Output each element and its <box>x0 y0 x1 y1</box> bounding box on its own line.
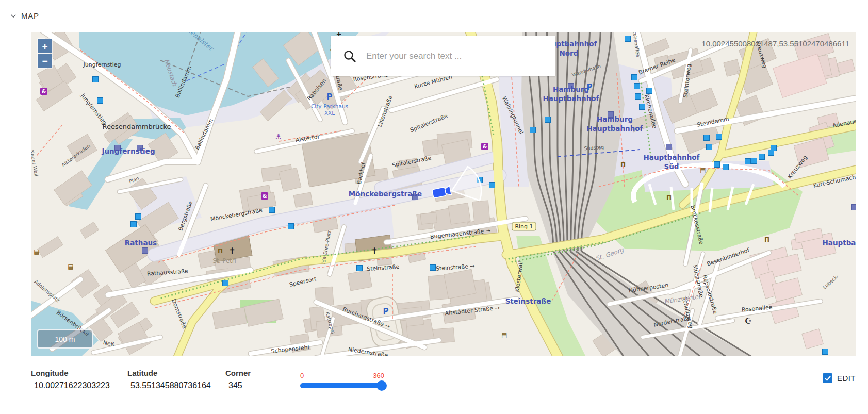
map-label: XXL <box>324 110 335 116</box>
longitude-input[interactable] <box>31 380 122 393</box>
bag-map-icon: & <box>483 144 487 150</box>
map-canvas[interactable]: JungfernstiegJungfernstiegReesendammbrüc… <box>31 32 856 356</box>
edit-checkbox[interactable] <box>823 373 832 383</box>
icon-brown-map-icon: ▤ <box>34 248 39 255</box>
map-marker[interactable] <box>97 98 103 104</box>
icon-dark-map-icon: ✝ <box>371 246 378 256</box>
map-label: St. Petri <box>212 257 236 264</box>
map-marker[interactable] <box>269 207 275 213</box>
icon-brown-map-icon: ▤ <box>68 263 73 270</box>
map-label: Hauptbahnhof <box>644 153 700 161</box>
map-marker[interactable] <box>142 248 148 254</box>
map-label: P <box>587 82 593 92</box>
edit-toggle: EDIT <box>823 373 856 383</box>
map-marker[interactable] <box>131 222 137 227</box>
map-marker[interactable] <box>759 154 765 160</box>
map-label: Rathaus <box>125 239 157 247</box>
map-marker[interactable] <box>723 164 729 170</box>
icon-brown-map-icon: ▤ <box>700 167 706 174</box>
icon-purple-map-icon: ⚓ <box>275 133 282 141</box>
map-marker[interactable] <box>357 266 363 271</box>
map-section-header: MAP <box>9 11 39 20</box>
map-label: Hamburg <box>597 115 633 123</box>
map-marker[interactable] <box>768 150 774 156</box>
map-marker[interactable] <box>545 117 551 123</box>
slider-range-labels: 0 360 <box>300 372 385 380</box>
page-frame: MAP <box>1 1 867 413</box>
map-label: Hauptbahnhof <box>543 94 599 103</box>
map-marker[interactable] <box>640 104 645 110</box>
map-label: Hauptbahnhof <box>587 124 643 133</box>
longitude-field: Longitude <box>31 369 122 393</box>
corner-field: Corner <box>225 369 293 393</box>
slider-min-label: 0 <box>300 372 304 379</box>
icon-brown-map-icon: Π <box>764 236 769 243</box>
map-marker[interactable] <box>223 280 228 286</box>
slider-thumb[interactable] <box>376 380 387 391</box>
icon-dark-map-icon: ✝ <box>228 246 235 256</box>
bag-map-icon: & <box>263 193 267 199</box>
map-marker[interactable] <box>666 144 672 150</box>
map-marker[interactable] <box>852 205 856 210</box>
icon-brown-map-icon: Π <box>218 247 223 255</box>
edit-label: EDIT <box>837 374 856 383</box>
map-label: Mönckebergstraße <box>349 190 422 198</box>
corner-slider: 0 360 <box>300 372 385 388</box>
zoom-in-button[interactable]: + <box>38 39 52 53</box>
slider-max-label: 360 <box>373 372 384 379</box>
icon-brown-map-icon: Π <box>666 194 672 202</box>
search-input[interactable] <box>365 51 549 62</box>
map-marker[interactable] <box>634 84 640 89</box>
map-marker[interactable] <box>751 158 757 164</box>
checkmark-icon <box>824 375 831 382</box>
bag-map-icon: & <box>42 89 46 94</box>
map-label: City-Parkhaus <box>311 103 348 109</box>
map-label: P <box>383 307 389 316</box>
map-search-box <box>331 36 555 76</box>
map-label: Süd <box>664 162 679 171</box>
cursor-coordinates: 10.002455008021487,53.55102470486611 <box>701 39 849 48</box>
icon-brown-map-icon: ▤ <box>501 332 507 339</box>
map-label: Nord <box>560 49 579 57</box>
map-marker[interactable] <box>288 224 294 229</box>
map-marker[interactable] <box>714 162 720 168</box>
map-marker[interactable] <box>632 75 637 80</box>
latitude-label: Latitude <box>127 369 219 377</box>
search-icon <box>342 49 357 63</box>
latitude-input[interactable] <box>127 380 219 393</box>
map-label: Jungfernstieg <box>101 147 155 155</box>
map-label: Hamburg <box>553 85 589 93</box>
corner-input[interactable] <box>225 380 293 393</box>
map-marker[interactable] <box>704 135 710 141</box>
map-marker[interactable] <box>823 349 828 355</box>
map-label: Reesendammbrücke <box>102 123 171 130</box>
map-label: Ring 1 <box>515 223 533 230</box>
map-marker[interactable] <box>489 183 495 188</box>
map-container[interactable]: JungfernstiegJungfernstiegReesendammbrüc… <box>31 32 856 356</box>
page-title: MAP <box>21 11 39 20</box>
map-marker[interactable] <box>625 36 631 42</box>
corner-label: Corner <box>225 369 293 377</box>
longitude-label: Longitude <box>31 369 122 377</box>
slider-track[interactable] <box>300 383 385 388</box>
map-marker[interactable] <box>647 88 652 94</box>
map-marker[interactable] <box>93 77 99 82</box>
map-marker[interactable] <box>430 265 436 271</box>
map-label: Hauptbahnhof <box>823 239 856 247</box>
map-label: P <box>327 92 333 102</box>
map-label: Jungfernstieg <box>83 61 121 68</box>
map-marker[interactable] <box>716 134 722 140</box>
map-label: Steinstraße <box>505 297 551 305</box>
zoom-out-button[interactable]: − <box>38 54 52 68</box>
map-marker[interactable] <box>635 94 641 100</box>
latitude-field: Latitude <box>127 369 219 393</box>
map-marker[interactable] <box>530 127 536 133</box>
slider-fill <box>300 383 382 388</box>
icon-brown-map-icon: Π <box>620 161 626 169</box>
map-marker[interactable] <box>707 144 712 150</box>
map-marker[interactable] <box>745 159 751 164</box>
map-marker[interactable] <box>136 214 141 220</box>
scale-bar: 100 m <box>37 329 93 349</box>
chevron-down-icon[interactable] <box>9 12 18 20</box>
icon-dark-map-icon: ☪ <box>745 316 752 326</box>
